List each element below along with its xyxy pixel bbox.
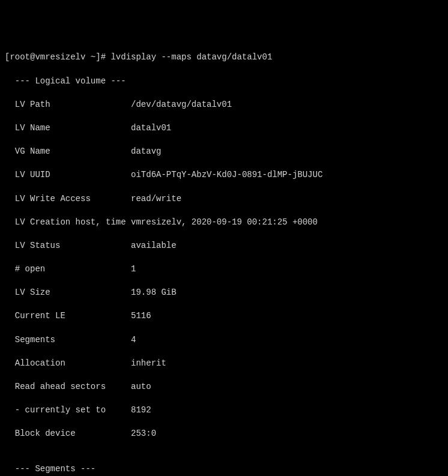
lv-field-label: VG Name [5,146,131,156]
lv-field-value: available [131,241,177,250]
seg-header: --- Segments --- [5,463,443,475]
lv-field-label: Segments [5,335,131,345]
lv-field-value: 253:0 [131,429,156,438]
lv-field-label: # open [5,264,131,274]
lv-field-value: 1 [131,264,136,274]
lv-field-value: datavg [131,146,161,156]
lv-field-label: LV Creation host, time [5,217,131,227]
lv-field-value: 8192 [131,405,151,415]
lv-field-value: read/write [131,194,181,203]
lv-field-value: oiTd6A-PTqY-AbzV-Kd0J-0891-dlMP-jBUJUC [131,170,322,179]
lv-field-label: LV Name [5,123,131,133]
lv-field-label: LV UUID [5,170,131,179]
lv-field-label: Allocation [5,358,131,368]
lv-field-label: LV Status [5,241,131,250]
lv-field-label: Current LE [5,311,131,321]
lv-field-label: LV Size [5,288,131,297]
lv-field-label: LV Write Access [5,194,131,203]
terminal-output: [root@vmresizelv ~]# lvdisplay --maps da… [5,52,443,476]
lv-field-value: 5116 [131,311,151,321]
lv-field-value: inherit [131,358,166,368]
lv-field-value: vmresizelv, 2020-09-19 00:21:25 +0000 [131,217,318,227]
command-text: lvdisplay --maps datavg/datalv01 [110,52,272,62]
lv-header: --- Logical volume --- [5,76,443,88]
lv-field-value: 4 [131,335,136,345]
lv-field-label: Read ahead sectors [5,382,131,391]
lv-field-value: /dev/datavg/datalv01 [131,100,232,109]
lv-field-value: datalv01 [131,123,171,133]
lv-field-label: LV Path [5,100,131,109]
shell-prompt: [root@vmresizelv ~]# [5,52,110,62]
lv-field-value: 19.98 GiB [131,288,177,297]
lv-field-value: auto [131,382,151,391]
lv-field-label: Block device [5,429,131,438]
lv-field-label: - currently set to [5,405,131,415]
